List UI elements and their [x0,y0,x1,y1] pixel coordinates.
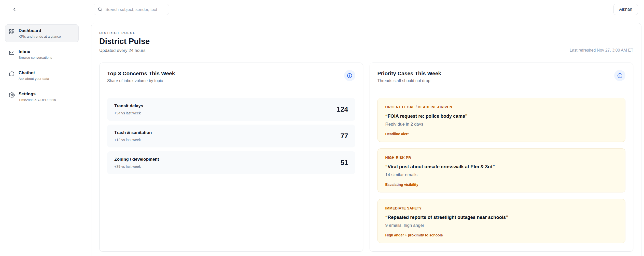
main-area: Aikhan DISTRICT PULSE District Pulse Upd… [84,0,644,256]
info-button[interactable] [614,70,625,81]
concern-count: 51 [340,159,348,167]
gear-icon [9,92,15,99]
cards-grid: Top 3 Concerns This Week Share of inbox … [99,63,633,252]
case-meta: Reply due in 2 days [385,122,618,127]
concern-row-text: Zoning / development +39 vs last week [114,157,159,169]
search-input[interactable] [105,7,165,12]
search-icon [97,7,103,12]
sidebar-item-label: Inbox [19,49,52,54]
card-title: Priority Cases This Week [377,70,441,77]
sidebar-item-description: Browse conversations [19,56,52,59]
page-subtitle: Updated every 24 hours [99,48,150,53]
priority-case: URGENT LEGAL / DEADLINE-DRIVEN “FOIA req… [377,98,626,142]
case-category: URGENT LEGAL / DEADLINE-DRIVEN [385,105,618,109]
sidebar-item-chatbot[interactable]: Chatbot Ask about your data [5,67,79,84]
concern-delta: +34 vs last week [114,111,143,115]
sidebar: Dashboard KPIs and trends at a glance In… [0,0,84,256]
priority-case: IMMEDIATE SAFETY “Repeated reports of st… [377,199,626,243]
sidebar-item-inbox[interactable]: Inbox Browse conversations [5,46,79,63]
sidebar-item-label: Chatbot [19,70,49,76]
sidebar-item-label: Dashboard [19,28,61,33]
grid-icon [9,29,15,36]
concern-row: Transit delays +34 vs last week 124 [107,98,355,121]
concern-count: 124 [337,106,348,113]
mail-icon [9,50,15,57]
case-tag: Escalating visibility [385,183,618,187]
concern-row-text: Trash & sanitation +12 vs last week [114,130,152,142]
priority-case-list: URGENT LEGAL / DEADLINE-DRIVEN “FOIA req… [377,98,626,243]
content-wrap: DISTRICT PULSE District Pulse Updated ev… [84,19,644,256]
sidebar-item-description: Timezone & GDPR tools [19,98,56,102]
breadcrumb: DISTRICT PULSE [99,31,150,35]
concern-topic: Zoning / development [114,157,159,162]
priority-cases-header: Priority Cases This Week Threads staff s… [377,70,626,83]
concern-row: Zoning / development +39 vs last week 51 [107,151,355,174]
concern-row-text: Transit delays +34 vs last week [114,103,143,115]
priority-cases-card: Priority Cases This Week Threads staff s… [370,63,634,252]
dashboard-panel: DISTRICT PULSE District Pulse Updated ev… [91,23,641,256]
page-header: DISTRICT PULSE District Pulse Updated ev… [99,31,633,53]
top-concerns-header-text: Top 3 Concerns This Week Share of inbox … [107,70,175,83]
case-headline: “FOIA request re: police body cams” [385,113,618,119]
concern-delta: +39 vs last week [114,164,159,169]
info-button[interactable] [344,70,355,81]
case-headline: “Viral post about unsafe crosswalk at El… [385,164,618,170]
case-meta: 14 similar emails [385,172,618,177]
concern-topic: Trash & sanitation [114,130,152,135]
sidebar-item-dashboard[interactable]: Dashboard KPIs and trends at a glance [5,24,79,42]
info-icon [347,73,353,79]
case-category: IMMEDIATE SAFETY [385,206,618,210]
info-icon [617,73,623,79]
case-meta: 9 emails, high anger [385,223,618,228]
card-subtitle: Share of inbox volume by topic [107,79,175,83]
card-subtitle: Threads staff should not drop [377,79,441,83]
sidebar-collapse-button[interactable] [11,6,18,13]
search-box[interactable] [94,4,169,15]
last-refreshed-text: Last refreshed Nov 27, 3:00 AM ET [570,48,633,53]
sidebar-item-label: Settings [19,91,56,97]
sidebar-item-description: Ask about your data [19,77,49,81]
concern-row: Trash & sanitation +12 vs last week 77 [107,125,355,147]
chevron-left-icon [12,7,17,12]
case-headline: “Repeated reports of streetlight outages… [385,215,618,220]
page-header-left: DISTRICT PULSE District Pulse Updated ev… [99,31,150,53]
chat-bubble-icon [9,71,15,78]
concern-rows: Transit delays +34 vs last week 124 Tras… [107,98,355,174]
concern-topic: Transit delays [114,103,143,109]
concern-count: 77 [340,132,348,140]
case-tag: High anger + proximity to schools [385,233,618,237]
case-category: HIGH-RISK PR [385,156,618,160]
user-button[interactable]: Aikhan [613,4,638,15]
priority-cases-header-text: Priority Cases This Week Threads staff s… [377,70,441,83]
top-concerns-header: Top 3 Concerns This Week Share of inbox … [107,70,355,83]
concern-delta: +12 vs last week [114,138,152,142]
top-concerns-card: Top 3 Concerns This Week Share of inbox … [99,63,363,252]
sidebar-item-description: KPIs and trends at a glance [19,35,61,38]
priority-case: HIGH-RISK PR “Viral post about unsafe cr… [377,148,626,192]
page-title: District Pulse [99,37,150,46]
sidebar-nav: Dashboard KPIs and trends at a glance In… [5,24,79,106]
topbar: Aikhan [84,0,644,19]
case-tag: Deadline alert [385,132,618,136]
card-title: Top 3 Concerns This Week [107,70,175,77]
sidebar-item-settings[interactable]: Settings Timezone & GDPR tools [5,88,79,106]
